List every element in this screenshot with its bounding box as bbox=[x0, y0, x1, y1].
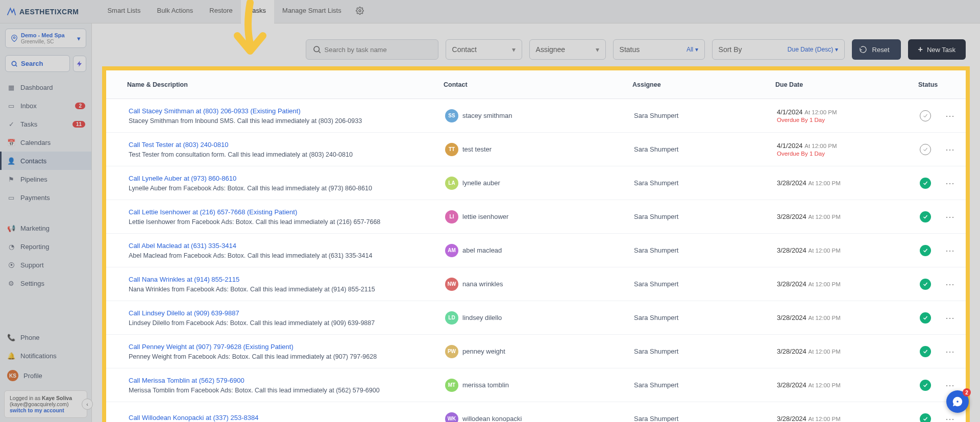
col-header-assignee[interactable]: Assignee bbox=[632, 81, 775, 88]
contact-name[interactable]: stacey smithman bbox=[462, 112, 512, 119]
row-actions-menu[interactable]: ⋯ bbox=[935, 279, 966, 290]
location-selector[interactable]: Demo - Med Spa Greenville, SC ▾ bbox=[5, 29, 86, 48]
chat-fab[interactable]: 2 bbox=[946, 390, 969, 413]
table-row[interactable]: Call Stacey Smithman at (803) 206-0933 (… bbox=[106, 99, 966, 133]
row-actions-menu[interactable]: ⋯ bbox=[935, 144, 966, 155]
contact-name[interactable]: penney weight bbox=[462, 347, 505, 355]
table-row[interactable]: Call Willodean Konopacki at (337) 253-83… bbox=[106, 402, 966, 422]
status-toggle[interactable] bbox=[920, 178, 931, 189]
contact-name[interactable]: test tester bbox=[462, 145, 492, 153]
status-toggle[interactable] bbox=[920, 211, 931, 222]
sidebar-item-phone[interactable]: 📞Phone bbox=[0, 328, 91, 346]
row-actions-menu[interactable]: ⋯ bbox=[935, 110, 966, 121]
new-task-button[interactable]: + New Task bbox=[908, 39, 966, 60]
contact-name[interactable]: merissa tomblin bbox=[462, 381, 509, 389]
chevron-down-icon: ▾ bbox=[77, 35, 81, 42]
status-toggle[interactable] bbox=[920, 380, 931, 391]
task-title-link[interactable]: Call Stacey Smithman at (803) 206-0933 (… bbox=[129, 107, 445, 115]
sort-by-dropdown[interactable]: Sort By Due Date (Desc) ▾ bbox=[712, 39, 845, 60]
row-actions-menu[interactable]: ⋯ bbox=[935, 245, 966, 256]
task-title-link[interactable]: Call Lynelle Auber at (973) 860-8610 bbox=[129, 175, 445, 182]
sidebar-item-dashboard[interactable]: ▦Dashboard bbox=[0, 78, 91, 96]
table-row[interactable]: Call Penney Weight at (907) 797-9628 (Ex… bbox=[106, 335, 966, 368]
payments-icon: ▭ bbox=[7, 193, 15, 202]
sidebar-item-support[interactable]: ⦿Support bbox=[0, 256, 91, 274]
due-time: At 12:00 PM bbox=[804, 109, 837, 115]
check-icon bbox=[922, 180, 928, 186]
row-actions-menu[interactable]: ⋯ bbox=[935, 178, 966, 189]
sidebar-item-notifications[interactable]: 🔔Notifications bbox=[0, 346, 91, 365]
col-header-contact[interactable]: Contact bbox=[444, 81, 632, 88]
col-header-status[interactable]: Status bbox=[918, 81, 938, 88]
tabs-settings-button[interactable] bbox=[350, 0, 370, 23]
status-toggle[interactable] bbox=[920, 144, 931, 155]
task-title-link[interactable]: Call Merissa Tomblin at (562) 579-6900 bbox=[129, 377, 445, 384]
sidebar-item-profile[interactable]: KS Profile bbox=[0, 365, 91, 386]
check-icon bbox=[922, 382, 928, 388]
row-actions-menu[interactable]: ⋯ bbox=[935, 312, 966, 324]
tab-manage-smart-lists[interactable]: Manage Smart Lists bbox=[274, 0, 350, 23]
status-toggle[interactable] bbox=[920, 346, 931, 357]
status-toggle[interactable] bbox=[920, 245, 931, 256]
row-actions-menu[interactable]: ⋯ bbox=[935, 380, 966, 391]
table-row[interactable]: Call Merissa Tomblin at (562) 579-6900 M… bbox=[106, 368, 966, 402]
sidebar-item-marketing[interactable]: 📢Marketing bbox=[0, 219, 91, 237]
task-title-link[interactable]: Call Abel Maclead at (631) 335-3414 bbox=[129, 242, 445, 250]
contact-name[interactable]: nana wrinkles bbox=[462, 280, 503, 288]
filter-status-dropdown[interactable]: Status All ▾ bbox=[613, 39, 705, 60]
task-title-link[interactable]: Call Nana Wrinkles at (914) 855-2115 bbox=[129, 276, 445, 283]
contact-name[interactable]: abel maclead bbox=[462, 246, 502, 254]
task-description: Lindsey Dilello from Facebook Ads: Botox… bbox=[129, 319, 375, 327]
filter-assignee-dropdown[interactable]: Assignee▾ bbox=[529, 39, 606, 60]
contact-name[interactable]: willodean konopacki bbox=[462, 415, 522, 422]
row-actions-menu[interactable]: ⋯ bbox=[935, 346, 966, 357]
task-title-link[interactable]: Call Lettie Isenhower at (216) 657-7668 … bbox=[129, 208, 445, 216]
chevron-down-icon: ▾ bbox=[512, 45, 516, 54]
sidebar-item-inbox[interactable]: ▭Inbox2 bbox=[0, 96, 91, 115]
switch-account-link[interactable]: switch to my account bbox=[10, 407, 64, 413]
quick-action-button[interactable] bbox=[73, 56, 86, 72]
tab-smart-lists[interactable]: Smart Lists bbox=[99, 0, 149, 23]
filter-contact-dropdown[interactable]: Contact▾ bbox=[446, 39, 522, 60]
sidebar-item-settings[interactable]: ⚙Settings bbox=[0, 274, 91, 292]
table-row[interactable]: Call Abel Maclead at (631) 335-3414 Abel… bbox=[106, 234, 966, 267]
status-toggle[interactable] bbox=[920, 413, 931, 423]
table-row[interactable]: Call Lindsey Dilello at (909) 639-9887 L… bbox=[106, 301, 966, 335]
tab-bulk-actions[interactable]: Bulk Actions bbox=[149, 0, 201, 23]
task-search[interactable] bbox=[306, 39, 438, 60]
contact-name[interactable]: lettie isenhower bbox=[462, 213, 508, 220]
collapse-sidebar-button[interactable]: ‹ bbox=[82, 399, 93, 410]
task-description: Abel Maclead from Facebook Ads: Botox. C… bbox=[129, 252, 372, 259]
row-actions-menu[interactable]: ⋯ bbox=[935, 413, 966, 423]
sidebar-item-contacts[interactable]: 👤Contacts bbox=[0, 152, 91, 170]
task-title-link[interactable]: Call Penney Weight at (907) 797-9628 (Ex… bbox=[129, 343, 445, 351]
table-row[interactable]: Call Test Tester at (803) 240-0810 Test … bbox=[106, 133, 966, 166]
col-header-due[interactable]: Due Date bbox=[775, 81, 918, 88]
task-title-link[interactable]: Call Lindsey Dilello at (909) 639-9887 bbox=[129, 309, 445, 317]
svg-point-4 bbox=[957, 401, 959, 403]
check-icon bbox=[922, 146, 928, 153]
sidebar-item-pipelines[interactable]: ⚑Pipelines bbox=[0, 170, 91, 188]
task-title-link[interactable]: Call Willodean Konopacki at (337) 253-83… bbox=[129, 414, 445, 421]
sidebar-item-tasks[interactable]: ✓Tasks11 bbox=[0, 115, 91, 133]
row-actions-menu[interactable]: ⋯ bbox=[935, 211, 966, 222]
topbar: AESTHETIXCRM Smart Lists Bulk Actions Re… bbox=[0, 0, 980, 23]
task-title-link[interactable]: Call Test Tester at (803) 240-0810 bbox=[129, 141, 445, 148]
table-row[interactable]: Call Lynelle Auber at (973) 860-8610 Lyn… bbox=[106, 166, 966, 200]
sidebar-item-reporting[interactable]: ◔Reporting bbox=[0, 237, 91, 256]
due-time: At 12:00 PM bbox=[808, 180, 840, 186]
table-row[interactable]: Call Nana Wrinkles at (914) 855-2115 Nan… bbox=[106, 267, 966, 301]
reset-button[interactable]: Reset bbox=[852, 39, 901, 60]
due-date: 3/28/2024 bbox=[777, 381, 806, 389]
col-header-name[interactable]: Name & Description bbox=[122, 81, 444, 88]
contact-name[interactable]: lynelle auber bbox=[462, 179, 500, 187]
sidebar-item-calendars[interactable]: 📅Calendars bbox=[0, 133, 91, 152]
table-row[interactable]: Call Lettie Isenhower at (216) 657-7668 … bbox=[106, 200, 966, 234]
status-toggle[interactable] bbox=[920, 110, 931, 121]
sidebar-item-payments[interactable]: ▭Payments bbox=[0, 188, 91, 207]
status-toggle[interactable] bbox=[920, 279, 931, 290]
contact-name[interactable]: lindsey dilello bbox=[462, 314, 502, 321]
sidebar-search-button[interactable]: Search bbox=[5, 55, 70, 72]
status-toggle[interactable] bbox=[920, 312, 931, 324]
task-search-input[interactable] bbox=[325, 46, 432, 54]
